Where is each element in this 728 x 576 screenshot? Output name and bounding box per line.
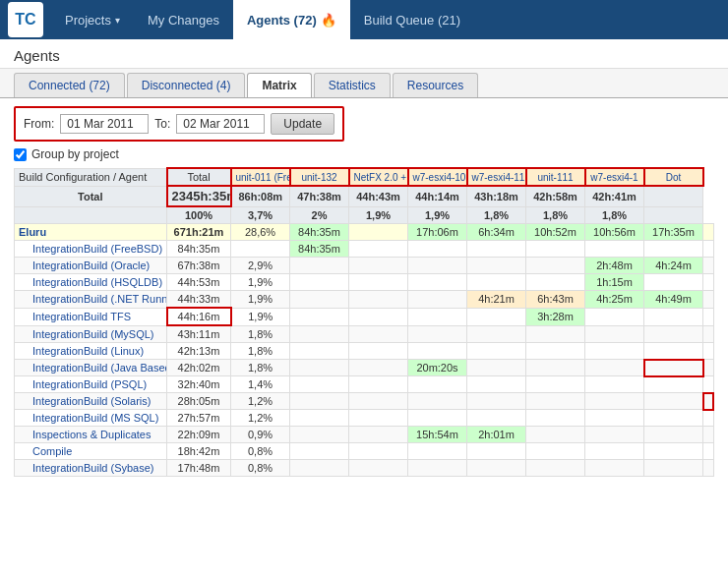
from-label: From: — [24, 117, 54, 131]
matrix-table: Build Configuration / Agent Total unit-0… — [14, 167, 714, 477]
total-agent-0: 86h:08m — [231, 186, 290, 206]
header-agent-1: unit-132 — [290, 168, 349, 186]
header-agent-6: w7-esxi4-1 — [585, 168, 644, 186]
total-label: Total — [15, 186, 167, 206]
tab-resources[interactable]: Resources — [393, 73, 478, 97]
table-row: IntegrationBuild (Linux)42h:13m1,8% — [15, 343, 714, 360]
to-date-input[interactable] — [176, 114, 265, 134]
flame-icon: 🔥 — [321, 13, 336, 28]
total-time: 2345h:35m — [167, 186, 231, 206]
to-label: To: — [154, 117, 170, 131]
nav-agents[interactable]: Agents (72) 🔥 — [233, 0, 350, 39]
update-button[interactable]: Update — [271, 113, 334, 135]
tab-statistics[interactable]: Statistics — [314, 73, 391, 97]
group-by-project: Group by project — [14, 147, 714, 161]
nav-my-changes[interactable]: My Changes — [134, 0, 233, 39]
table-row: IntegrationBuild (Oracle)67h:38m2,9%2h:4… — [15, 258, 714, 274]
header-agent-3: w7-esxi4-10 — [408, 168, 467, 186]
date-filter: From: To: Update — [14, 106, 344, 142]
table-row: IntegrationBuild (.NET Runners...)44h:33… — [15, 291, 714, 309]
total-pct-row: 100% 3,7% 2% 1,9% 1,9% 1,8% 1,8% 1,8% — [15, 206, 714, 224]
group-row-0: Eluru671h:21m28,6%84h:35m17h:06m6h:34m10… — [15, 224, 714, 241]
header-agent-2: NetFX 2.0 + VS ... — [349, 168, 408, 186]
table-row: IntegrationBuild (HSQLDB)44h:53m1,9%1h:1… — [15, 274, 714, 291]
table-row: IntegrationBuild (FreeBSD)84h:35m84h:35m — [15, 241, 714, 258]
table-row: IntegrationBuild (MySQL)43h:11m1,8% — [15, 325, 714, 343]
tab-disconnected[interactable]: Disconnected (4) — [127, 73, 246, 97]
nav-projects[interactable]: Projects ▾ — [51, 0, 134, 39]
total-agent-6: 42h:41m — [585, 186, 644, 206]
content-area: From: To: Update Group by project Build … — [0, 98, 728, 485]
table-row: IntegrationBuild (Sybase)17h:48m0,8% — [15, 460, 714, 477]
page-title: Agents — [0, 39, 728, 69]
app-logo: TC — [8, 2, 43, 37]
header-total: Total — [167, 168, 231, 186]
top-navigation: TC Projects ▾ My Changes Agents (72) 🔥 B… — [0, 0, 728, 39]
header-agent-0: unit-011 (FreeB... — [231, 168, 290, 186]
total-agent-2: 44h:43m — [349, 186, 408, 206]
total-row: Total 2345h:35m 86h:08m 47h:38m 44h:43m … — [15, 186, 714, 206]
table-row: IntegrationBuild (Java Based R...)42h:02… — [15, 360, 714, 376]
table-row: IntegrationBuild TFS44h:16m1,9%3h:28m — [15, 308, 714, 325]
table-row: IntegrationBuild (Solaris)28h:05m1,2% — [15, 393, 714, 410]
total-agent-5: 42h:58m — [526, 186, 585, 206]
tab-connected[interactable]: Connected (72) — [14, 73, 125, 97]
total-agent-1: 47h:38m — [290, 186, 349, 206]
table-row: IntegrationBuild (MS SQL)27h:57m1,2% — [15, 410, 714, 427]
group-by-checkbox[interactable] — [14, 148, 27, 161]
header-config: Build Configuration / Agent — [15, 168, 167, 186]
projects-dropdown-icon: ▾ — [115, 15, 120, 26]
total-agent-3: 44h:14m — [408, 186, 467, 206]
from-date-input[interactable] — [60, 114, 149, 134]
table-row: Inspections & Duplicates22h:09m0,9%15h:5… — [15, 427, 714, 443]
group-by-label: Group by project — [31, 147, 119, 161]
table-row: Compile18h:42m0,8% — [15, 443, 714, 460]
header-agent-4: w7-esxi4-11 — [467, 168, 526, 186]
total-agent-4: 43h:18m — [467, 186, 526, 206]
table-row: IntegrationBuild (PSQL)32h:40m1,4% — [15, 376, 714, 393]
header-agent-5: unit-111 — [526, 168, 585, 186]
total-agent-7 — [644, 186, 703, 206]
nav-build-queue[interactable]: Build Queue (21) — [350, 0, 474, 39]
tab-bar: Connected (72) Disconnected (4) Matrix S… — [0, 69, 728, 98]
tab-matrix[interactable]: Matrix — [247, 73, 311, 97]
header-agent-7: Dot — [644, 168, 703, 186]
